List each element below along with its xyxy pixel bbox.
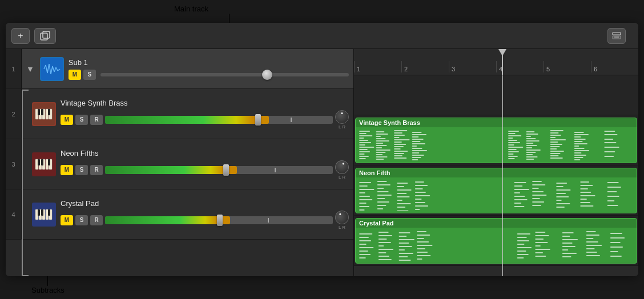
svg-rect-75	[394, 146, 404, 147]
region-vintage-synth[interactable]: Vintage Synth Brass	[355, 118, 637, 163]
region-notes-4	[358, 229, 634, 261]
fader-3[interactable]	[105, 166, 333, 174]
svg-rect-193	[514, 196, 525, 197]
svg-rect-48	[359, 144, 365, 146]
svg-rect-223	[607, 191, 617, 192]
panner-3[interactable]: LR	[335, 160, 349, 180]
svg-rect-170	[377, 208, 384, 209]
svg-rect-145	[574, 159, 581, 160]
mute-button-1[interactable]: M	[69, 70, 81, 80]
svg-rect-196	[514, 206, 525, 207]
svg-rect-72	[394, 139, 409, 140]
rec-button-4[interactable]: R	[90, 215, 103, 225]
fader-2[interactable]	[105, 116, 333, 124]
svg-rect-292	[586, 252, 597, 253]
solo-button-2[interactable]: S	[75, 115, 88, 125]
track-buttons-1: M S	[69, 70, 349, 80]
svg-rect-31	[41, 159, 43, 165]
volume-slider-1[interactable]	[100, 73, 349, 76]
app-container: + 1	[6, 23, 638, 276]
region-notes-2	[358, 128, 634, 160]
svg-rect-76	[394, 148, 401, 150]
svg-rect-83	[412, 136, 419, 138]
collapse-icon	[612, 32, 621, 40]
region-crystal-pad[interactable]: Crystal Pad	[355, 218, 637, 264]
svg-rect-51	[359, 151, 370, 152]
rec-button-2[interactable]: R	[90, 115, 103, 125]
svg-rect-96	[508, 135, 521, 136]
mute-button-2[interactable]: M	[61, 115, 73, 125]
solo-button-4[interactable]: S	[75, 215, 88, 225]
svg-rect-214	[580, 185, 593, 186]
add-track-button[interactable]: +	[11, 28, 30, 44]
region-neon-fifth[interactable]: Neon Fifth	[355, 168, 637, 213]
svg-rect-160	[359, 206, 369, 207]
track-info-3: Neon Fifths M S R	[61, 149, 349, 180]
svg-rect-281	[562, 243, 573, 244]
svg-rect-220	[580, 205, 593, 207]
track-number-1: 1	[6, 49, 22, 88]
svg-rect-211	[556, 203, 570, 204]
svg-rect-32	[48, 159, 50, 165]
svg-rect-93	[412, 159, 418, 160]
ruler-mark-1: 1	[354, 61, 401, 72]
svg-rect-56	[376, 134, 388, 135]
collapse-button[interactable]	[607, 28, 626, 44]
svg-rect-181	[415, 185, 428, 186]
track-header-2: Vintage Synth Brass M S R	[22, 89, 353, 139]
svg-rect-106	[508, 158, 515, 159]
svg-rect-89	[412, 150, 427, 151]
svg-rect-46	[359, 140, 368, 141]
main-content: 1 ▼	[6, 49, 638, 276]
solo-button-1[interactable]: S	[83, 70, 96, 80]
panner-4[interactable]: LR	[335, 211, 349, 230]
subtracks-annotation: Subtracks	[31, 286, 65, 294]
svg-rect-251	[399, 256, 408, 257]
track-headers-panel: 1 ▼	[6, 49, 354, 276]
svg-rect-278	[562, 232, 574, 233]
track-name-1: Sub 1	[69, 58, 349, 67]
svg-rect-215	[580, 188, 588, 189]
svg-rect-245	[399, 236, 407, 237]
svg-rect-225	[607, 200, 615, 201]
collapse-arrow-1[interactable]: ▼	[26, 64, 34, 74]
svg-rect-203	[532, 201, 544, 203]
panner-2[interactable]: LR	[335, 110, 349, 130]
subtrack-bracket-top	[22, 90, 29, 91]
svg-rect-146	[604, 131, 615, 132]
svg-rect-254	[417, 235, 430, 236]
svg-rect-184	[415, 195, 430, 196]
svg-rect-117	[526, 154, 533, 155]
fader-4[interactable]	[105, 216, 333, 224]
svg-rect-147	[604, 134, 617, 135]
solo-button-3[interactable]: S	[75, 165, 88, 175]
svg-rect-163	[377, 184, 391, 185]
svg-rect-241	[379, 252, 387, 253]
duplicate-track-button[interactable]	[34, 28, 56, 44]
track-lane-4: Crystal Pad	[354, 216, 638, 266]
svg-rect-188	[415, 209, 420, 210]
svg-rect-249	[399, 249, 405, 250]
svg-rect-277	[535, 256, 546, 257]
svg-rect-269	[517, 257, 524, 258]
mute-button-3[interactable]: M	[61, 165, 73, 175]
svg-rect-0	[41, 33, 47, 40]
svg-rect-43	[359, 133, 367, 134]
subtrack-bracket-line	[22, 90, 23, 276]
svg-rect-126	[550, 144, 562, 145]
svg-rect-102	[508, 149, 517, 150]
rec-button-3[interactable]: R	[90, 165, 103, 175]
track-buttons-2: M S R	[61, 110, 349, 130]
svg-rect-81	[412, 132, 422, 133]
svg-rect-191	[514, 189, 529, 190]
ruler-mark-6: 6	[591, 61, 638, 72]
playhead-ruler	[502, 49, 503, 75]
mute-button-4[interactable]: M	[61, 215, 73, 225]
svg-rect-274	[535, 245, 540, 247]
svg-rect-128	[550, 148, 557, 150]
svg-rect-143	[574, 155, 586, 156]
track-buttons-3: M S R	[61, 160, 349, 180]
svg-rect-264	[517, 240, 529, 241]
svg-rect-129	[550, 151, 564, 152]
svg-rect-109	[526, 136, 531, 137]
